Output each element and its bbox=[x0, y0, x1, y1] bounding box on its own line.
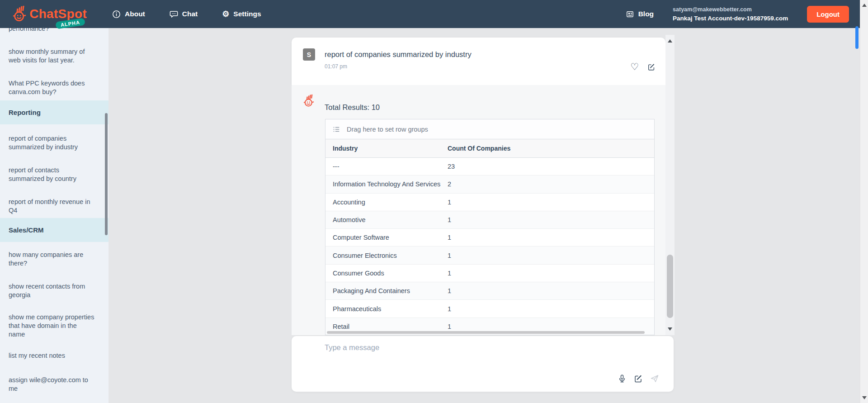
nav-about-label: About bbox=[125, 10, 145, 18]
cell-count: 1 bbox=[448, 270, 654, 277]
results-grid: Drag here to set row groups Industry Cou… bbox=[325, 119, 655, 335]
table-row: ---23 bbox=[326, 158, 654, 175]
cell-industry: Pharmaceuticals bbox=[326, 305, 448, 313]
cell-count: 1 bbox=[448, 216, 654, 223]
blog-newspaper-icon bbox=[626, 10, 634, 19]
cell-count: 2 bbox=[448, 180, 654, 188]
nav-settings-label: Settings bbox=[233, 10, 261, 18]
nav-about[interactable]: About bbox=[112, 10, 145, 19]
cell-industry: Packaging And Containers bbox=[326, 287, 448, 294]
cell-count: 1 bbox=[448, 199, 654, 206]
table-horizontal-scrollbar[interactable] bbox=[327, 331, 645, 334]
cell-industry: Information Technology And Services bbox=[326, 180, 448, 188]
account-info: satyam@makewebbetter.com Pankaj Test Acc… bbox=[673, 6, 788, 23]
sidebar-item[interactable]: show me company properties that have dom… bbox=[0, 313, 108, 339]
table-row: Packaging And Containers1 bbox=[326, 282, 654, 300]
navbar-right: Blog satyam@makewebbetter.com Pankaj Tes… bbox=[626, 6, 849, 23]
nav-chat[interactable]: Chat bbox=[170, 10, 198, 19]
user-message-text: report of companies summarized by indust… bbox=[325, 50, 472, 59]
user-message: S report of companies summarized by indu… bbox=[292, 38, 665, 85]
chat-scrollbar[interactable] bbox=[665, 35, 675, 335]
sidebar-item[interactable]: show recent contacts from georgia bbox=[0, 282, 108, 299]
chat-bubble-icon bbox=[170, 10, 178, 19]
sidebar-category: Reporting bbox=[0, 100, 108, 124]
sidebar-item[interactable]: assign wile@coyote.com to me bbox=[0, 376, 108, 393]
cell-count: 1 bbox=[448, 323, 654, 330]
chat-scrollbar-thumb[interactable] bbox=[667, 255, 673, 318]
sidebar-item[interactable]: list my recent notes bbox=[0, 351, 108, 360]
sidebar-item[interactable]: show monthly summary of web visits for l… bbox=[0, 47, 108, 65]
user-avatar: S bbox=[303, 48, 315, 61]
chatspot-face-icon bbox=[11, 5, 28, 23]
sidebar-scrollbar[interactable] bbox=[105, 113, 108, 235]
chatspot-app: ChatSpot ALPHA About Chat ⚙ Settings bbox=[0, 0, 868, 403]
table-row: Accounting1 bbox=[326, 194, 654, 211]
table-header-row: Industry Count Of Companies bbox=[326, 139, 654, 158]
drop-zone-label: Drag here to set row groups bbox=[347, 126, 428, 133]
microphone-icon[interactable] bbox=[618, 374, 627, 383]
row-groups-drop-zone[interactable]: Drag here to set row groups bbox=[326, 119, 654, 139]
cell-count: 1 bbox=[448, 287, 654, 294]
table-row: Information Technology And Services2 bbox=[326, 175, 654, 193]
cell-industry: --- bbox=[326, 163, 448, 170]
nav-blog[interactable]: Blog bbox=[626, 10, 654, 19]
cell-industry: Accounting bbox=[326, 199, 448, 206]
sidebar-item[interactable]: report of companies summarized by indust… bbox=[0, 134, 108, 152]
chatspot-logo[interactable]: ChatSpot ALPHA bbox=[11, 5, 87, 23]
chat-history-sidebar: performance?show monthly summary of web … bbox=[0, 28, 108, 403]
table-row: Consumer Electronics1 bbox=[326, 247, 654, 264]
total-results: Total Results: 10 bbox=[325, 103, 380, 112]
nav-blog-label: Blog bbox=[638, 10, 654, 18]
message-input[interactable] bbox=[325, 343, 614, 375]
chat-scroll-up-arrow[interactable] bbox=[668, 39, 672, 43]
cell-industry: Retail bbox=[326, 323, 448, 330]
table-body: ---23Information Technology And Services… bbox=[326, 158, 654, 335]
top-navbar: ChatSpot ALPHA About Chat ⚙ Settings bbox=[0, 0, 860, 28]
like-heart-icon[interactable]: ♡ bbox=[630, 63, 639, 71]
info-icon bbox=[112, 10, 121, 19]
chat-history-list: performance?show monthly summary of web … bbox=[0, 28, 108, 393]
table-row: Computer Software1 bbox=[326, 229, 654, 247]
cell-industry: Consumer Electronics bbox=[326, 252, 448, 259]
cell-industry: Computer Software bbox=[326, 234, 448, 241]
cell-count: 1 bbox=[448, 252, 654, 259]
compose-icon[interactable] bbox=[634, 374, 643, 383]
column-header-count[interactable]: Count Of Companies bbox=[448, 145, 654, 152]
sidebar-item[interactable]: how many companies are there? bbox=[0, 251, 108, 268]
table-row: Consumer Goods1 bbox=[326, 265, 654, 282]
gear-icon: ⚙ bbox=[222, 10, 229, 18]
table-row: Automotive1 bbox=[326, 211, 654, 229]
cell-count: 1 bbox=[448, 305, 654, 313]
logout-button[interactable]: Logout bbox=[807, 6, 849, 23]
window-scroll-up-arrow[interactable] bbox=[862, 4, 867, 7]
sidebar-item[interactable]: performance? bbox=[0, 28, 108, 33]
account-name: Pankaj Test Account-dev-19587959.com bbox=[673, 14, 788, 23]
message-actions: ♡ bbox=[630, 63, 656, 71]
send-icon[interactable] bbox=[650, 374, 659, 383]
column-header-industry[interactable]: Industry bbox=[326, 145, 448, 152]
bot-avatar-icon bbox=[302, 94, 316, 108]
scroll-position-indicator[interactable] bbox=[855, 26, 859, 49]
cell-count: 1 bbox=[448, 234, 654, 241]
row-groups-icon bbox=[332, 125, 340, 133]
nav-settings[interactable]: ⚙ Settings bbox=[222, 10, 261, 19]
cell-industry: Automotive bbox=[326, 216, 448, 223]
window-scroll-down-arrow[interactable] bbox=[862, 396, 867, 399]
chat-thread: S report of companies summarized by indu… bbox=[292, 38, 665, 335]
sidebar-item[interactable]: report of contacts summarized by country bbox=[0, 166, 108, 183]
chat-scroll-down-arrow[interactable] bbox=[668, 327, 672, 331]
message-input-area bbox=[292, 336, 674, 392]
main-nav: About Chat ⚙ Settings bbox=[112, 10, 261, 19]
sidebar-item[interactable]: What PPC keywords does canva.com buy? bbox=[0, 79, 108, 96]
input-actions bbox=[618, 374, 659, 383]
window-scrollbar[interactable] bbox=[860, 0, 868, 403]
cell-industry: Consumer Goods bbox=[326, 270, 448, 277]
edit-message-icon[interactable] bbox=[647, 63, 656, 71]
user-email: satyam@makewebbetter.com bbox=[673, 6, 788, 13]
cell-count: 23 bbox=[448, 163, 654, 170]
sidebar-category: Sales/CRM bbox=[0, 218, 108, 242]
nav-chat-label: Chat bbox=[182, 10, 198, 18]
sidebar-item[interactable]: report of monthly revenue in Q4 bbox=[0, 198, 108, 215]
table-row: Pharmaceuticals1 bbox=[326, 300, 654, 318]
message-timestamp: 01:07 pm bbox=[325, 63, 347, 70]
